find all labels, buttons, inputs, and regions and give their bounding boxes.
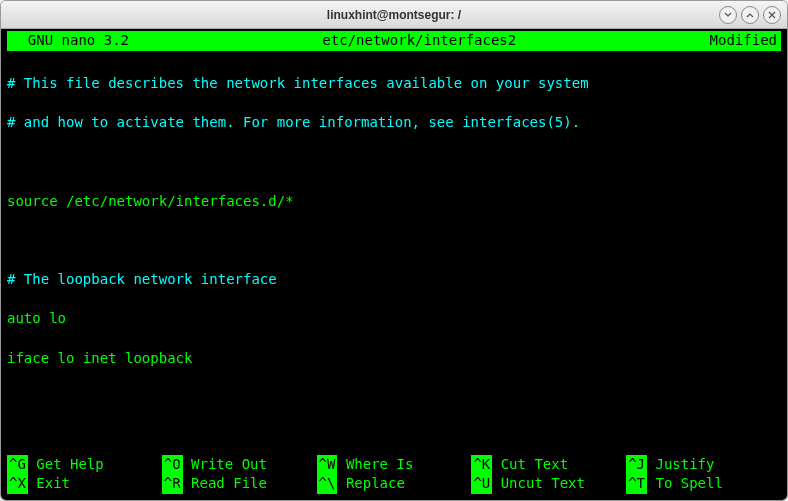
content-line: auto lo (7, 309, 781, 329)
content-line: # This file describes the network interf… (7, 74, 781, 94)
shortcut-label: To Spell (647, 474, 723, 494)
shortcut-label: Where Is (337, 455, 413, 475)
terminal-window: linuxhint@montsegur: / GNU nano 3.2 etc/… (0, 0, 788, 501)
nano-filename: etc/network/interfaces2 (129, 31, 710, 51)
shortcut-key: ^T (626, 474, 647, 494)
shortcut-label: Get Help (28, 455, 104, 475)
shortcut-get-help[interactable]: ^G Get Help (7, 455, 162, 475)
close-icon (768, 11, 776, 19)
shortcut-key: ^R (162, 474, 183, 494)
shortcut-key: ^K (471, 455, 492, 475)
maximize-icon (746, 11, 754, 19)
shortcut-row-2: ^X Exit ^R Read File ^\ Replace ^U Uncut… (7, 474, 781, 494)
nano-status: Modified (710, 31, 777, 51)
shortcut-key: ^\ (317, 474, 338, 494)
content-line (7, 153, 781, 173)
shortcut-label: Uncut Text (492, 474, 585, 494)
content-line (7, 388, 781, 408)
shortcut-cut-text[interactable]: ^K Cut Text (471, 455, 626, 475)
shortcut-label: Exit (28, 474, 70, 494)
shortcut-label: Justify (647, 455, 714, 475)
shortcut-key: ^J (626, 455, 647, 475)
shortcut-key: ^G (7, 455, 28, 475)
shortcut-exit[interactable]: ^X Exit (7, 474, 162, 494)
window-titlebar: linuxhint@montsegur: / (1, 1, 787, 29)
nano-header: GNU nano 3.2 etc/network/interfaces2 Mod… (7, 31, 781, 51)
shortcut-key: ^W (317, 455, 338, 475)
shortcut-key: ^U (471, 474, 492, 494)
shortcut-to-spell[interactable]: ^T To Spell (626, 474, 781, 494)
shortcut-label: Write Out (183, 455, 267, 475)
shortcut-where-is[interactable]: ^W Where Is (317, 455, 472, 475)
content-line (7, 427, 781, 447)
shortcut-label: Cut Text (492, 455, 568, 475)
terminal-area[interactable]: GNU nano 3.2 etc/network/interfaces2 Mod… (1, 29, 787, 500)
shortcut-label: Replace (337, 474, 404, 494)
shortcut-label: Read File (183, 474, 267, 494)
shortcut-key: ^O (162, 455, 183, 475)
content-line: # and how to activate them. For more inf… (7, 113, 781, 133)
shortcut-justify[interactable]: ^J Justify (626, 455, 781, 475)
shortcut-write-out[interactable]: ^O Write Out (162, 455, 317, 475)
maximize-button[interactable] (741, 6, 759, 24)
nano-shortcuts: ^G Get Help ^O Write Out ^W Where Is ^K … (7, 455, 781, 494)
shortcut-row-1: ^G Get Help ^O Write Out ^W Where Is ^K … (7, 455, 781, 475)
minimize-icon (724, 11, 732, 19)
shortcut-key: ^X (7, 474, 28, 494)
content-line: source /etc/network/interfaces.d/* (7, 192, 781, 212)
nano-version: GNU nano 3.2 (11, 31, 129, 51)
shortcut-replace[interactable]: ^\ Replace (317, 474, 472, 494)
window-controls (719, 6, 781, 24)
window-title: linuxhint@montsegur: / (327, 8, 461, 22)
shortcut-uncut-text[interactable]: ^U Uncut Text (471, 474, 626, 494)
shortcut-read-file[interactable]: ^R Read File (162, 474, 317, 494)
minimize-button[interactable] (719, 6, 737, 24)
close-button[interactable] (763, 6, 781, 24)
content-line (7, 231, 781, 251)
content-line: iface lo inet loopback (7, 349, 781, 369)
editor-content[interactable]: # This file describes the network interf… (7, 53, 781, 455)
content-line: # The loopback network interface (7, 270, 781, 290)
